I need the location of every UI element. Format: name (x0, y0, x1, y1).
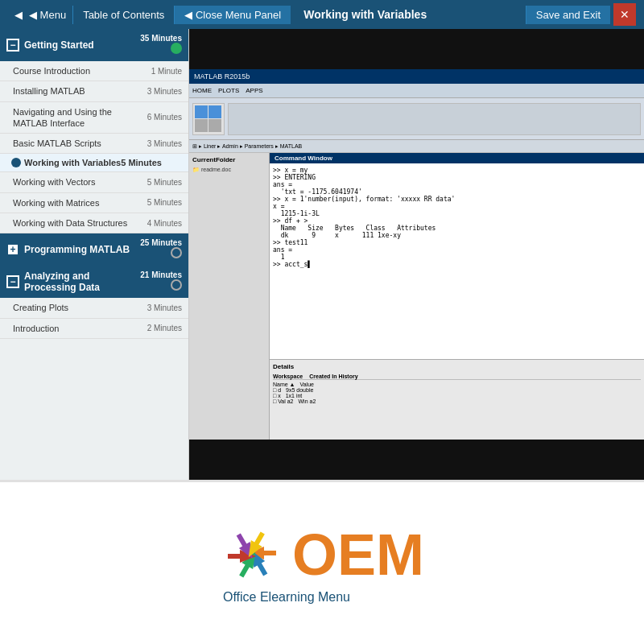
toolbar-area (228, 103, 641, 135)
workspace-label: Details (273, 363, 641, 370)
list-item[interactable]: Navigating and Using the MATLAB Interfac… (0, 102, 188, 134)
matlab-body: CurrentFolder 📁 readme.doc Command Windo… (189, 153, 644, 440)
command-window-header: Command Window (270, 153, 644, 163)
section-meta: 35 Minutes (140, 34, 182, 56)
bottom-section: OEM Office Elearning Menu (0, 480, 644, 644)
item-minutes: 2 Minutes (147, 324, 182, 332)
logo-row: OEM (220, 522, 424, 587)
cmd-line: >> x = my (273, 167, 641, 174)
current-folder-label: CurrentFolder (192, 156, 266, 163)
logo-area: OEM Office Elearning Menu (220, 522, 424, 605)
item-meta: 3 Minutes (147, 87, 182, 96)
section-getting-started[interactable]: − Getting Started 35 Minutes (0, 29, 188, 61)
save-exit-button[interactable]: Save and Exit (526, 6, 610, 24)
section-label: Getting Started (19, 39, 140, 51)
item-meta: 3 Minutes (147, 303, 182, 312)
item-label: Creating Plots (13, 302, 147, 313)
matlab-window: MATLAB R2015b HOME PLOTS APPS (189, 69, 644, 440)
cmd-line: >> test11 (273, 239, 641, 246)
list-item[interactable]: Working with Data Structures 4 Minutes (0, 213, 188, 233)
toolbar-buttons (192, 103, 225, 135)
close-panel-button[interactable]: ◀ Close Menu Panel (175, 6, 291, 24)
item-minutes: 1 Minute (151, 67, 182, 76)
ws-var: □ d (273, 387, 281, 393)
list-item[interactable]: Course Introduction 1 Minute (0, 61, 188, 81)
col-name: Workspace (273, 374, 303, 379)
matlab-pathbar: ⊞ ▸ Liner ▸ Admin ▸ Parameters ▸ MATLAB (189, 140, 644, 153)
video-area: MATLAB R2015b HOME PLOTS APPS (189, 29, 644, 480)
item-minutes: 3 Minutes (147, 87, 182, 96)
section-minutes: 21 Minutes (140, 270, 182, 279)
path-text: ⊞ ▸ Liner ▸ Admin ▸ Parameters ▸ MATLAB (192, 143, 302, 150)
ws-name: Name ▲ (273, 382, 295, 387)
menu-button[interactable]: ◀ ◀ Menu (8, 6, 73, 24)
item-meta: 5 Minutes (121, 158, 162, 167)
item-label: Basic MATLAB Scripts (13, 138, 147, 149)
matlab-command-window: >> x = my >> ENTERING ans = 'txt = -1175… (270, 163, 644, 359)
cmd-line: ans = (273, 246, 641, 254)
cmd-line: >> ENTERING (273, 174, 641, 181)
workspace-panel: Details Workspace Created In History Nam… (270, 359, 644, 440)
menu-home: HOME (192, 87, 212, 94)
video-top-black (189, 29, 644, 69)
folder-item: 📁 readme.doc (192, 167, 266, 173)
item-meta: 3 Minutes (147, 139, 182, 148)
section-programming[interactable]: + Programming MATLAB 25 Minutes (0, 233, 188, 266)
item-minutes: 5 Minutes (147, 198, 182, 207)
cmd-line: >> df + > (273, 217, 641, 225)
collapse-icon: − (6, 275, 19, 288)
toc-label: Table of Contents (73, 6, 175, 24)
list-item[interactable]: Introduction 2 Minutes (0, 319, 188, 339)
tagline: Office Elearning Menu (223, 590, 350, 605)
cmd-line: ans = (273, 181, 641, 188)
workspace-row: Name ▲ Value (273, 382, 641, 387)
item-label: Installing MATLAB (13, 85, 147, 97)
item-label: Working with Variables (24, 158, 121, 167)
video-bottom-black (189, 440, 644, 480)
ws-value: Value (300, 382, 314, 387)
item-minutes: 5 Minutes (147, 178, 182, 187)
cmd-line: >> acct_s▌ (273, 261, 641, 268)
cmd-line: dk 9 x 111 1xe-xy (273, 232, 641, 239)
section-status-icon (171, 279, 182, 291)
arrows-svg (220, 522, 284, 587)
list-item-active[interactable]: Working with Variables 5 Minutes (0, 154, 188, 172)
item-meta: 5 Minutes (147, 178, 182, 187)
current-folder-panel: CurrentFolder 📁 readme.doc (189, 153, 270, 440)
menu-arrow-icon: ◀ (14, 9, 23, 21)
section-analyzing[interactable]: − Analyzing and Processing Data 21 Minut… (0, 266, 188, 298)
section-minutes: 35 Minutes (140, 34, 182, 43)
matlab-menubar: HOME PLOTS APPS (189, 84, 644, 98)
workspace-row: □ d 9x5 double (273, 387, 641, 393)
list-item[interactable]: Basic MATLAB Scripts 3 Minutes (0, 134, 188, 154)
sidebar: − Getting Started 35 Minutes Course Intr… (0, 29, 189, 480)
item-label: Working with Data Structures (13, 217, 147, 229)
cmd-line: >> x = 1'number(input), format: 'xxxxx R… (273, 196, 641, 203)
video-content[interactable]: MATLAB R2015b HOME PLOTS APPS (189, 69, 644, 440)
item-label: Introduction (13, 323, 147, 334)
item-meta: 4 Minutes (147, 219, 182, 228)
list-item[interactable]: Installing MATLAB 3 Minutes (0, 81, 188, 101)
ws-var: □ Val a2 (273, 398, 294, 404)
menu-apps: APPS (246, 87, 262, 94)
menu-label: ◀ Menu (29, 9, 66, 21)
close-button[interactable]: ✕ (613, 3, 636, 26)
section-meta: 25 Minutes (140, 238, 182, 261)
list-item[interactable]: Working with Vectors 5 Minutes (0, 172, 188, 192)
list-item[interactable]: Working with Matrices 5 Minutes (0, 193, 188, 213)
ws-val: 9x5 double (286, 387, 313, 393)
item-label: Working with Matrices (13, 197, 147, 208)
item-meta: 1 Minute (151, 67, 182, 76)
expand-icon: + (6, 243, 19, 256)
item-minutes: 3 Minutes (147, 303, 182, 312)
active-bullet-icon (11, 158, 21, 167)
item-minutes: 4 Minutes (147, 219, 182, 228)
ws-val: 1x1 int (286, 393, 303, 398)
item-meta: 6 Minutes (147, 113, 182, 122)
list-item[interactable]: Creating Plots 3 Minutes (0, 298, 188, 318)
item-meta: 5 Minutes (147, 198, 182, 207)
item-minutes: 5 Minutes (121, 158, 162, 167)
item-minutes: 3 Minutes (147, 139, 182, 148)
col-history: Created In History (309, 374, 357, 379)
close-panel-label: ◀ Close Menu Panel (184, 9, 281, 21)
